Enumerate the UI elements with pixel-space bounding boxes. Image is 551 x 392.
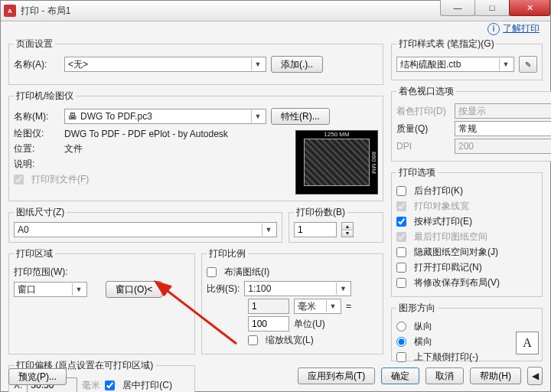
plot-option-check-1 — [396, 201, 406, 211]
apply-to-layout-button[interactable]: 应用到布局(T) — [298, 368, 375, 384]
printer-props-button[interactable]: 特性(R)... — [271, 108, 330, 125]
landscape-label: 横向 — [414, 335, 432, 348]
page-setup-legend: 页面设置 — [14, 38, 55, 51]
fit-to-paper-label: 布满图纸(I) — [224, 266, 269, 279]
plot-style-combo[interactable]: 结构硫酸图.ctb▼ — [396, 57, 514, 72]
quality-combo[interactable]: 常规▼ — [455, 121, 551, 136]
plot-option-label-2: 按样式打印(E) — [414, 215, 472, 228]
copies-input[interactable] — [294, 222, 337, 237]
app-icon: A — [4, 5, 16, 17]
collapse-button[interactable]: ◀ — [527, 367, 543, 385]
plot-range-combo[interactable]: 窗口▼ — [14, 282, 87, 297]
equals-icon: = — [346, 301, 351, 312]
paper-size-legend: 图纸尺寸(Z) — [14, 206, 67, 219]
page-name-label: 名称(A): — [14, 58, 60, 71]
chevron-down-icon: ▼ — [499, 58, 512, 70]
preview-dim-right: 860 MM — [370, 131, 377, 194]
center-plot-label: 居中打印(C) — [122, 379, 172, 392]
learn-link[interactable]: 了解打印 — [503, 22, 540, 35]
scale-label: 比例(S): — [207, 283, 240, 296]
window-title: 打印 - 布局1 — [21, 5, 70, 18]
upside-down-label: 上下颠倒打印(-) — [414, 351, 478, 364]
titlebar: A 打印 - 布局1 — □ ✕ — [1, 1, 550, 21]
scale-combo[interactable]: 1:100▼ — [244, 281, 351, 296]
scale-unit-top-input — [248, 299, 289, 314]
copies-stepper[interactable]: ▲▼ — [341, 222, 354, 237]
plot-scale-group: 打印比例 布满图纸(I) 比例(S): 1:100▼ 毫米▼ = — [201, 247, 383, 354]
printer-legend: 打印机/绘图仪 — [14, 90, 76, 103]
plot-options-group: 打印选项 后台打印(K)打印对象线宽按样式打印(E)最后打印图纸空间隐藏图纸空间… — [391, 166, 543, 297]
printer-name-label: 名称(M): — [14, 110, 60, 123]
plot-option-check-4[interactable] — [396, 247, 406, 257]
plot-option-check-5[interactable] — [396, 263, 406, 273]
plot-style-legend: 打印样式表 (笔指定)(G) — [396, 38, 497, 51]
plotter-value: DWG To PDF - PDF ePlot - by Autodesk — [64, 129, 228, 139]
portrait-label: 纵向 — [414, 320, 432, 333]
plot-area-legend: 打印区域 — [14, 247, 55, 260]
plot-option-label-0: 后台打印(K) — [414, 185, 463, 198]
plot-option-check-3 — [396, 232, 406, 242]
paper-preview: 1250 MM 860 MM — [295, 130, 378, 194]
plot-scale-legend: 打印比例 — [207, 247, 248, 260]
plot-option-check-6[interactable] — [396, 278, 406, 288]
window-pick-button[interactable]: 窗口(O)< — [106, 281, 162, 298]
plot-area-group: 打印区域 打印范围(W): 窗口▼ 窗口(O)< — [8, 247, 195, 354]
ok-button[interactable]: 确定 — [381, 368, 419, 384]
upside-down-check[interactable] — [396, 352, 406, 362]
where-value: 文件 — [64, 142, 83, 155]
printer-icon: 🖶 — [68, 111, 77, 122]
help-button[interactable]: 帮助(H) — [470, 368, 521, 384]
landscape-radio[interactable] — [396, 337, 406, 347]
preview-dim-top: 1250 MM — [296, 131, 377, 138]
minimize-button[interactable]: — — [440, 0, 475, 16]
scale-lineweight-label: 缩放线宽(L) — [266, 334, 314, 347]
chevron-down-icon: ▼ — [72, 283, 85, 296]
copies-legend: 打印份数(B) — [294, 206, 347, 219]
shade-plot-label: 着色打印(D) — [396, 105, 450, 118]
cancel-button[interactable]: 取消 — [425, 368, 464, 384]
fit-to-paper-check[interactable] — [207, 267, 217, 277]
plot-option-label-3: 最后打印图纸空间 — [414, 230, 487, 243]
offset-x-unit: 毫米 — [82, 379, 100, 392]
plot-range-label: 打印范围(W): — [14, 266, 68, 279]
portrait-radio[interactable] — [396, 322, 406, 332]
plot-options-legend: 打印选项 — [396, 166, 438, 179]
plot-option-label-4: 隐藏图纸空间对象(J) — [414, 246, 498, 259]
shade-plot-combo: 按显示▼ — [455, 103, 551, 119]
chevron-left-icon: ◀ — [532, 371, 539, 381]
plot-style-group: 打印样式表 (笔指定)(G) 结构硫酸图.ctb▼ ✎ — [391, 38, 543, 80]
orientation-group: 图形方向 纵向 横向 上下颠倒打印(-) A — [391, 302, 543, 361]
plot-option-label-1: 打印对象线宽 — [414, 200, 469, 213]
chevron-down-icon: ▼ — [326, 300, 339, 312]
page-name-combo[interactable]: <无>▼ — [64, 57, 266, 72]
close-button[interactable]: ✕ — [509, 0, 550, 16]
plotter-label: 绘图仪: — [14, 127, 60, 140]
shaded-viewport-legend: 着色视口选项 — [396, 85, 456, 98]
pencil-icon: ✎ — [525, 60, 531, 69]
printer-group: 打印机/绘图仪 名称(M): 🖶DWG To PDF.pc3 ▼ 特性(R)..… — [8, 90, 383, 201]
plot-option-label-5: 打开打印戳记(N) — [414, 261, 482, 274]
plot-option-check-2[interactable] — [396, 217, 406, 227]
page-setup-group: 页面设置 名称(A): <无>▼ 添加(.).. — [8, 38, 383, 85]
dpi-label: DPI — [396, 141, 450, 152]
scale-lineweight-check[interactable] — [248, 335, 258, 345]
paper-size-combo[interactable]: A0▼ — [14, 222, 277, 237]
plot-option-check-0[interactable] — [396, 186, 406, 196]
printer-name-combo[interactable]: 🖶DWG To PDF.pc3 ▼ — [64, 109, 266, 124]
scale-unit-combo[interactable]: 毫米▼ — [294, 299, 341, 314]
copies-group: 打印份数(B) ▲▼ — [289, 206, 383, 243]
chevron-down-icon: ▼ — [251, 110, 264, 122]
paper-size-group: 图纸尺寸(Z) A0▼ — [8, 206, 282, 243]
preview-button[interactable]: 预览(P)... — [8, 368, 67, 385]
scale-unit-bottom-input[interactable] — [248, 316, 289, 332]
print-to-file-check — [14, 175, 24, 185]
maximize-button[interactable]: □ — [474, 0, 510, 16]
add-page-button[interactable]: 添加(.).. — [271, 56, 323, 73]
print-to-file-label: 打印到文件(F) — [31, 173, 89, 186]
plot-style-edit-button[interactable]: ✎ — [519, 56, 537, 73]
center-plot-check[interactable] — [105, 381, 115, 390]
chevron-down-icon: ▼ — [336, 283, 349, 295]
plot-option-label-6: 将修改保存到布局(V) — [414, 276, 500, 289]
where-label: 位置: — [14, 142, 60, 155]
desc-label: 说明: — [14, 158, 60, 171]
